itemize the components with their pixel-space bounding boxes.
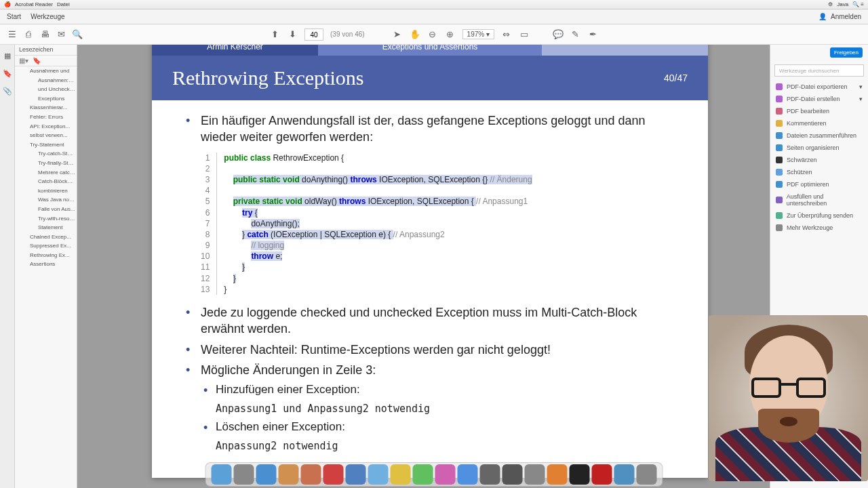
bookmark-item[interactable]: Try-with-resou... <box>15 214 77 224</box>
dock-app[interactable] <box>458 464 478 485</box>
bookmark-item[interactable]: Try-catch-Stat... <box>15 149 77 159</box>
bookmark-item[interactable]: Assertions <box>15 260 77 269</box>
thumbnails-icon[interactable]: ▦ <box>2 50 13 61</box>
pointer-icon[interactable]: ➤ <box>392 29 403 40</box>
bookmark-item[interactable]: Ausnahmen und <box>15 66 77 76</box>
bookmark-item[interactable]: Catch-Blöcke ... <box>15 177 77 186</box>
dock-app[interactable] <box>637 464 657 485</box>
dock-app[interactable] <box>592 464 612 485</box>
bookmark-item[interactable]: Statement <box>15 223 77 232</box>
tool-item[interactable]: Zur Überprüfung senden <box>770 209 868 222</box>
dock-app[interactable] <box>368 464 389 485</box>
bullet: Mögliche Änderungen in Zeile 3: <box>186 362 681 378</box>
dock-app[interactable] <box>212 464 232 485</box>
tool-item[interactable]: PDF optimieren <box>770 178 868 190</box>
dock-app[interactable] <box>256 464 277 485</box>
zoom-out-icon[interactable]: ⊖ <box>427 29 438 40</box>
bookmark-item[interactable]: Ausnahmen: C... <box>15 76 77 85</box>
slide-page-number: 40/47 <box>664 73 688 83</box>
sub-text: Anpassung1 und Anpassung2 notwendig <box>186 402 681 415</box>
hand-icon[interactable]: ✋ <box>410 29 420 40</box>
tool-item[interactable]: Mehr Werkzeuge <box>770 222 868 234</box>
highlight-icon[interactable]: ✎ <box>570 29 581 40</box>
dock-app[interactable] <box>502 464 523 485</box>
zoom-select[interactable]: 197% ▾ <box>462 29 494 39</box>
sub-bullet: Löschen einer Exception: <box>186 420 681 435</box>
tab-tools[interactable]: Werkzeuge <box>31 13 64 20</box>
dock-app[interactable] <box>547 464 568 485</box>
tool-item[interactable]: Schwärzen <box>770 154 868 166</box>
dock-app[interactable] <box>323 464 344 485</box>
tab-start[interactable]: Start <box>7 13 21 20</box>
bookmark-item[interactable]: Was Java noc... <box>15 195 77 205</box>
mac-menubar: 🍎Acrobat ReaderDatei ⚙Java🔍 ≡ <box>0 0 868 9</box>
dock-app[interactable] <box>234 464 254 485</box>
bookmarks-title: Lesezeichen <box>15 45 77 56</box>
zoom-in-icon[interactable]: ⊕ <box>445 29 456 40</box>
dock-app[interactable] <box>614 464 635 485</box>
tool-item[interactable]: Ausfüllen und unterschreiben <box>770 190 868 209</box>
tool-item[interactable]: Dateien zusammenführen <box>770 129 868 142</box>
share-button[interactable]: Freigeben <box>830 47 863 58</box>
dock-app[interactable] <box>391 464 411 485</box>
document-viewport[interactable]: Armin Kerscher Exceptions und Assertions… <box>77 45 770 488</box>
sub-text: Anpassung2 notwendig <box>186 439 681 453</box>
dock-app[interactable] <box>525 464 545 485</box>
dock-app[interactable] <box>570 464 590 485</box>
save-icon[interactable]: ⎙ <box>23 29 34 40</box>
mail-icon[interactable]: ✉ <box>56 29 66 40</box>
fit-width-icon[interactable]: ⇔ <box>501 29 512 40</box>
slide-author: Armin Kerscher <box>152 45 318 56</box>
bookmark-item[interactable]: Try-Statement <box>15 140 77 150</box>
dock-app[interactable] <box>301 464 321 485</box>
bookmark-item[interactable]: Klassenhierar... <box>15 103 77 113</box>
comment-icon[interactable]: 💬 <box>553 29 564 40</box>
pdf-toolbar: ☰ ⎙ 🖶 ✉ 🔍 ⬆ ⬇ 40 (39 von 46) ➤ ✋ ⊖ ⊕ 197… <box>0 24 868 45</box>
bookmark-item[interactable]: Rethrowing Ex... <box>15 251 77 260</box>
fit-page-icon[interactable]: ▭ <box>519 29 530 40</box>
page-up-icon[interactable]: ⬆ <box>269 29 280 40</box>
sign-icon[interactable]: ✒ <box>588 29 599 40</box>
dock-app[interactable] <box>480 464 500 485</box>
dock-app[interactable] <box>346 464 366 485</box>
tool-item[interactable]: Schützen <box>770 166 868 178</box>
page-down-icon[interactable]: ⬇ <box>287 29 298 40</box>
attachment-icon[interactable]: 📎 <box>2 85 13 96</box>
bookmark-item[interactable]: Fehler: Errors <box>15 113 77 122</box>
user-icon[interactable]: 👤 <box>818 13 827 20</box>
bullet: Weiterer Nachteil: Runtime-Exceptions we… <box>186 342 681 358</box>
bullet: Jede zu loggende checked und unchecked E… <box>186 304 681 338</box>
tool-item[interactable]: PDF bearbeiten <box>770 105 868 117</box>
dock-app[interactable] <box>279 464 299 485</box>
tool-item[interactable]: Kommentieren <box>770 117 868 129</box>
bookmark-item[interactable]: Suppressed Ex... <box>15 241 77 251</box>
bookmark-item[interactable]: Exceptions <box>15 94 77 104</box>
bookmark-item[interactable]: Falle von Aus... <box>15 205 77 214</box>
tool-item[interactable]: Seiten organisieren <box>770 142 868 154</box>
bookmark-item[interactable]: selbst verwen... <box>15 131 77 140</box>
bookmark-item[interactable]: Try-finally-Sta... <box>15 159 77 168</box>
tools-search-input[interactable]: Werkzeuge durchsuchen <box>774 64 864 77</box>
print-icon[interactable]: 🖶 <box>39 29 50 40</box>
bookmark-item[interactable]: Mehrere catch... <box>15 168 77 178</box>
dock-app[interactable] <box>413 464 433 485</box>
page-number-input[interactable]: 40 <box>304 28 323 41</box>
bookmark-item[interactable]: API: Exception... <box>15 122 77 131</box>
bookmark-item[interactable]: und Unchecke... <box>15 85 77 94</box>
page-total-label: (39 von 46) <box>330 30 365 38</box>
sidebar-toggle-icon[interactable]: ☰ <box>7 29 18 40</box>
dock-app[interactable] <box>435 464 456 485</box>
bookmarks-panel: Lesezeichen ▦▾🔖 Ausnahmen undAusnahmen: … <box>15 45 77 488</box>
slide-title: Rethrowing Exceptions <box>172 66 363 89</box>
tool-item[interactable]: PDF-Datei erstellen▾ <box>770 93 868 105</box>
dock[interactable] <box>205 462 663 487</box>
bullet: Ein häufiger Anwendungsfall ist der, das… <box>186 113 681 146</box>
bookmark-icon[interactable]: 🔖 <box>2 68 13 79</box>
signin-link[interactable]: Anmelden <box>831 13 861 20</box>
bookmark-item[interactable]: kombinieren <box>15 186 77 196</box>
bookmark-item[interactable]: Chained Excep... <box>15 232 77 242</box>
tool-item[interactable]: PDF-Datei exportieren▾ <box>770 81 868 93</box>
search-icon[interactable]: 🔍 <box>72 29 83 40</box>
slide-topic: Exceptions und Assertions <box>318 45 542 56</box>
code-block: 12345678910111213 public class RethrowEx… <box>201 152 681 295</box>
